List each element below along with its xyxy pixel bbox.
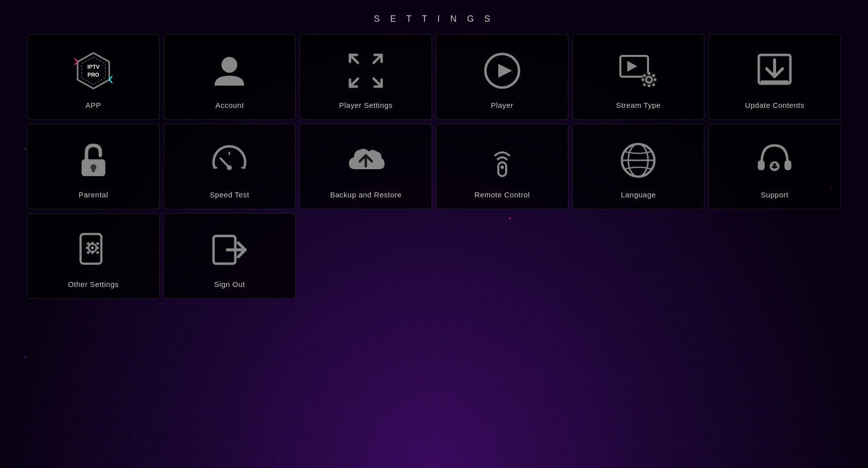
card-sign-out-label: Sign Out <box>214 280 245 288</box>
stream-type-icon <box>616 48 660 93</box>
card-parental[interactable]: Parental <box>27 124 160 209</box>
svg-rect-54 <box>86 247 88 249</box>
card-other-settings[interactable]: Other Settings <box>27 213 160 299</box>
card-remote-control[interactable]: Remote Control <box>436 124 568 209</box>
card-parental-label: Parental <box>79 190 108 199</box>
app-logo-icon: IPTV PRO <box>71 48 116 93</box>
sign-out-icon <box>207 228 252 272</box>
update-contents-icon <box>752 48 797 93</box>
card-player-label: Player <box>491 101 514 109</box>
svg-marker-16 <box>627 61 637 72</box>
card-support[interactable]: Support <box>708 124 841 209</box>
svg-rect-32 <box>92 167 95 172</box>
card-language[interactable]: Language <box>572 124 705 209</box>
svg-rect-55 <box>96 247 99 249</box>
svg-text:IPTV: IPTV <box>87 64 100 70</box>
svg-point-51 <box>91 246 94 249</box>
svg-text:PRO: PRO <box>87 72 99 78</box>
account-icon <box>207 48 252 93</box>
svg-line-5 <box>109 80 112 83</box>
card-remote-control-label: Remote Control <box>475 190 530 199</box>
svg-marker-14 <box>498 64 512 78</box>
svg-marker-1 <box>82 57 105 85</box>
svg-rect-52 <box>91 242 93 244</box>
card-support-label: Support <box>761 190 788 199</box>
svg-rect-59 <box>96 251 99 254</box>
player-settings-icon <box>344 48 388 93</box>
svg-point-37 <box>227 165 232 170</box>
svg-rect-45 <box>784 160 791 170</box>
card-stream-type[interactable]: Stream Type <box>572 34 705 120</box>
card-app[interactable]: IPTV PRO APP <box>27 34 160 120</box>
svg-point-40 <box>500 166 504 169</box>
card-backup-restore-label: Backup and Restore <box>330 190 402 199</box>
card-account-label: Account <box>216 101 244 109</box>
svg-point-48 <box>776 164 778 166</box>
card-language-label: Language <box>621 190 656 199</box>
svg-point-8 <box>221 57 237 73</box>
svg-rect-57 <box>96 242 99 245</box>
svg-rect-53 <box>91 251 93 254</box>
svg-rect-39 <box>498 162 506 176</box>
other-settings-icon <box>71 228 116 272</box>
backup-restore-icon <box>344 138 388 183</box>
card-update-contents-label: Update Contents <box>745 101 804 109</box>
remote-control-icon <box>480 138 524 183</box>
svg-rect-19 <box>648 72 651 75</box>
card-speed-test[interactable]: Speed Test <box>164 124 296 209</box>
speed-test-icon <box>207 138 252 183</box>
support-icon <box>752 138 797 183</box>
svg-marker-0 <box>78 53 109 89</box>
svg-rect-44 <box>758 160 765 170</box>
card-update-contents[interactable]: Update Contents <box>708 34 841 120</box>
card-other-settings-label: Other Settings <box>68 280 119 288</box>
parental-icon <box>71 138 116 183</box>
card-player[interactable]: Player <box>436 34 568 120</box>
svg-rect-22 <box>654 79 656 81</box>
card-app-label: APP <box>86 101 101 109</box>
svg-rect-21 <box>642 79 644 81</box>
card-stream-type-label: Stream Type <box>616 101 660 109</box>
svg-point-47 <box>772 164 774 166</box>
card-account[interactable]: Account <box>164 34 296 120</box>
settings-grid: IPTV PRO APP Account <box>0 29 868 304</box>
card-backup-restore[interactable]: Backup and Restore <box>300 124 432 209</box>
svg-rect-20 <box>648 85 651 87</box>
card-sign-out[interactable]: Sign Out <box>164 213 296 299</box>
card-speed-test-label: Speed Test <box>210 190 250 199</box>
card-player-settings[interactable]: Player Settings <box>300 34 432 120</box>
svg-line-2 <box>75 58 78 62</box>
player-icon <box>480 48 524 93</box>
card-player-settings-label: Player Settings <box>339 101 392 109</box>
page-title: S E T T I N G S <box>0 0 868 24</box>
language-icon <box>616 138 660 183</box>
